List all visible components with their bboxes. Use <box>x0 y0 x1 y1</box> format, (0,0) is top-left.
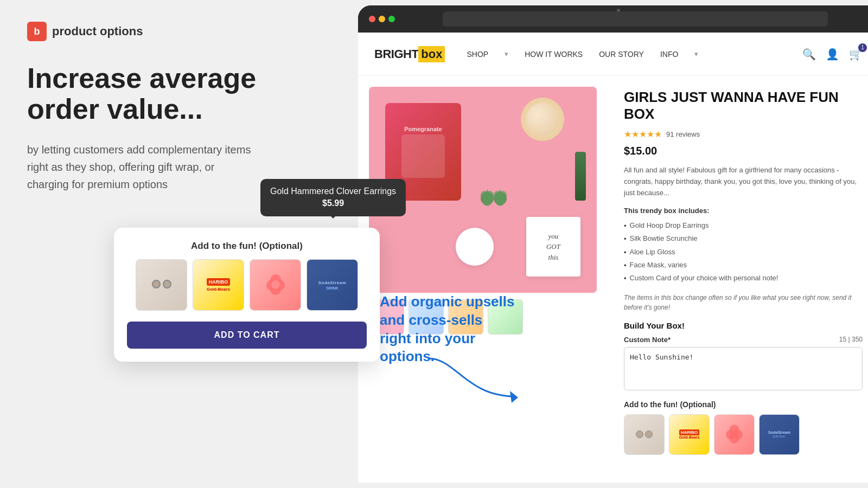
thumb-earrings[interactable] <box>136 259 187 311</box>
add-fun-label-right: Add to the fun! (Optional) <box>624 400 863 409</box>
logo-bright: BRIGHT <box>374 47 418 61</box>
nav-info[interactable]: INFO <box>660 50 678 59</box>
build-box-label: Build Your Box! <box>624 321 863 330</box>
right-thumbnails: HARIBO Gold-Bears <box>624 414 863 455</box>
rating-row: ★★★★★ 91 reviews <box>624 129 863 139</box>
custom-note-label: Custom Note* <box>624 336 671 344</box>
store-page: BRIGHTbox SHOP ▾ HOW IT WORKS OUR STORY … <box>358 33 868 483</box>
product-images: Pomegranate <box>358 76 608 483</box>
earring-display <box>477 188 510 228</box>
includes-header: This trendy box includes: <box>624 207 863 215</box>
product-thumbnails: HARIBO Gold-Bears SodaStream DRINK <box>127 259 367 311</box>
product-page: Pomegranate <box>358 76 868 483</box>
char-count: 15 | 350 <box>839 336 863 343</box>
product-info: GIRLS JUST WANNA HAVE FUN BOX ★★★★★ 91 r… <box>608 76 868 483</box>
nav-links: SHOP ▾ HOW IT WORKS OUR STORY INFO ▾ <box>467 50 802 59</box>
tooltip-price: $5.99 <box>270 197 396 209</box>
right-thumb-1[interactable] <box>624 414 665 455</box>
list-item: Aloe Lip Gloss <box>624 246 863 259</box>
review-count: 91 reviews <box>666 130 700 138</box>
includes-list: Gold Hoop Drop Earrings Silk Bowtie Scru… <box>624 219 863 285</box>
search-button[interactable]: 🔍 <box>802 48 816 61</box>
logo-box: box <box>418 46 445 62</box>
star-rating: ★★★★★ <box>624 129 662 139</box>
svg-point-9 <box>483 197 492 206</box>
right-thumb-4[interactable]: SodaStream DRINK <box>759 414 800 455</box>
thumb-drink[interactable]: SodaStream DRINK <box>307 259 358 311</box>
italic-note: The items in this box change often so if… <box>624 293 863 312</box>
nav-icons: 🔍 👤 🛒 1 <box>802 48 863 61</box>
product-price: $15.00 <box>624 145 863 157</box>
browser-dots <box>369 16 395 22</box>
thumb-earrings2[interactable] <box>250 259 301 311</box>
camera-dot <box>617 9 620 12</box>
list-item: Custom Card of your choice with personal… <box>624 272 863 285</box>
add-to-cart-button[interactable]: ADD TO CART <box>127 322 367 349</box>
right-thumb-3[interactable] <box>714 414 755 455</box>
brand-logo: b product options <box>27 22 277 41</box>
brand-icon: b <box>27 22 47 41</box>
scrunchie <box>521 98 564 141</box>
tooltip-name: Gold Hammered Clover Earrings <box>270 185 396 197</box>
nav-our-story[interactable]: OUR STORY <box>599 50 644 59</box>
main-headline: Increase average order value... <box>27 63 277 125</box>
product-title: GIRLS JUST WANNA HAVE FUN BOX <box>624 89 863 123</box>
svg-point-4 <box>271 280 280 289</box>
list-item: Silk Bowtie Scrunchie <box>624 232 863 245</box>
cart-badge: 1 <box>858 43 867 52</box>
brand-name: product options <box>52 24 143 38</box>
svg-marker-5 <box>510 391 518 403</box>
product-description: All fun and all style! Fabulous gift for… <box>624 165 863 198</box>
annotation-overlay: Add organic upsells and cross-sells righ… <box>380 293 515 366</box>
list-item: Gold Hoop Drop Earrings <box>624 219 863 232</box>
lip-gloss <box>575 152 586 201</box>
list-item: Face Mask, varies <box>624 259 863 272</box>
cart-button[interactable]: 🛒 1 <box>849 48 863 61</box>
custom-note-input[interactable]: Hello Sunshine! <box>624 347 863 390</box>
annotation-arrow <box>423 353 532 409</box>
close-dot[interactable] <box>369 16 375 22</box>
browser-mockup: BRIGHTbox SHOP ▾ HOW IT WORKS OUR STORY … <box>358 5 868 483</box>
product-card: Gold Hammered Clover Earrings $5.99 Add … <box>114 228 380 362</box>
custom-note-header: Custom Note* 15 | 350 <box>624 336 863 344</box>
svg-point-19 <box>730 434 739 444</box>
note-card: youGOTthis <box>526 217 580 277</box>
nav-how-it-works[interactable]: HOW IT WORKS <box>525 50 583 59</box>
maximize-dot[interactable] <box>388 16 395 22</box>
account-button[interactable]: 👤 <box>826 48 839 61</box>
browser-chrome <box>358 5 868 33</box>
pom-pom <box>456 228 494 266</box>
svg-point-14 <box>496 197 505 206</box>
minimize-dot[interactable] <box>379 16 385 22</box>
add-to-fun-label: Add to the fun! (Optional) <box>127 241 367 252</box>
nav-shop[interactable]: SHOP <box>467 50 488 59</box>
store-nav: BRIGHTbox SHOP ▾ HOW IT WORKS OUR STORY … <box>358 33 868 76</box>
sub-text: by letting customers add complementary i… <box>27 141 255 193</box>
right-thumb-2[interactable]: HARIBO Gold-Bears <box>669 414 710 455</box>
store-logo: BRIGHTbox <box>374 46 445 62</box>
thumb-haribo[interactable]: HARIBO Gold-Bears <box>193 259 244 311</box>
tooltip-bubble: Gold Hammered Clover Earrings $5.99 <box>260 179 406 216</box>
browser-address-bar[interactable] <box>443 11 828 27</box>
